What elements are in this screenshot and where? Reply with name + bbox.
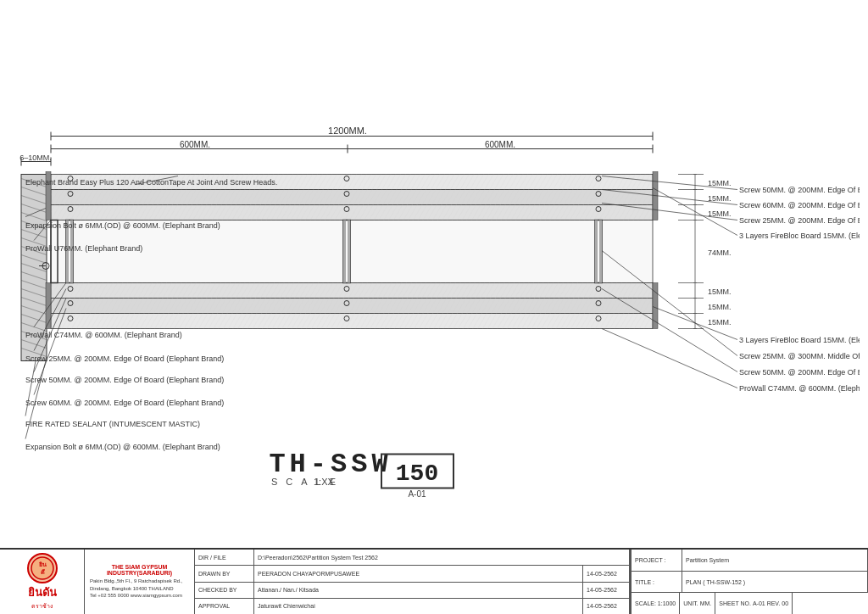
checked-value: Attanan./ Nan./ Kitsada — [254, 583, 583, 598]
drawn-date: 14-05-2562 — [583, 566, 630, 581]
dim-15mm-1: 15MM. — [708, 179, 732, 187]
label-screw-50-top: Screw 50MM. @ 200MM. Edge Of Board (Elep… — [739, 186, 860, 194]
drawing-sheet-ref: A-01 — [408, 489, 426, 499]
brand-th-text: ยินดัน — [28, 583, 57, 601]
project-label: PROJECT : — [632, 550, 682, 571]
dim-600-left: 600MM. — [180, 140, 210, 149]
dim-74mm: 74MM. — [708, 248, 732, 257]
title-label: TITLE : — [632, 572, 682, 593]
company-address: Pakin Bldg.,5th Fl., 9 Ratchadapisek Rd.… — [90, 578, 189, 592]
dim-15mm-6: 15MM. — [708, 318, 732, 327]
svg-rect-57 — [599, 220, 602, 283]
project-value: Partition System — [682, 550, 868, 571]
dim-600-right: 600MM. — [485, 140, 515, 149]
label-screw-25-top: Screw 25MM. @ 200MM. Edge Of Board (Elep… — [739, 216, 860, 225]
drawing-scale-value: 1:XX — [314, 477, 335, 487]
label-screw-25-left: Screw 25MM. @ 200MM. Edge Of Board (Elep… — [25, 354, 224, 363]
drawing-area: 1200MM. 600MM. 600MM. 6–10MM. — [0, 0, 868, 548]
dir-value: D:\Peeradon\2562\Partition System Test 2… — [254, 550, 630, 565]
drawing-number: 150 — [396, 460, 438, 487]
label-prowall-c74-right: ProWall C74MM. @ 600MM. (Elephant Brand) — [739, 384, 860, 393]
approval-date: 14-05-2562 — [583, 599, 630, 614]
drawing-title-main: TH-SSW — [269, 449, 392, 480]
project-row: PROJECT : Partition System — [632, 550, 868, 572]
label-exp-bolt-bottom: Expansion Bolt ø 6MM.(OD) @ 600MM. (Elep… — [25, 443, 220, 451]
footer-address: THE SIAM GYPSUM INDUSTRY(SARABURI) Pakin… — [85, 550, 195, 614]
checked-label: CHECKED BY — [195, 583, 254, 598]
footer-dir-row: DIR / FILE D:\Peeradon\2562\Partition Sy… — [195, 550, 630, 566]
sheet-row: SCALE: 1:1000 UNIT. MM. SHEET NO. A-01 R… — [632, 593, 868, 614]
dim-15mm-4: 15MM. — [708, 287, 732, 296]
page: 1200MM. 600MM. 600MM. 6–10MM. — [0, 0, 868, 614]
dim-15mm-3: 15MM. — [708, 209, 732, 218]
label-prowall-u76: ProWall U76MM. (Elephant Brand) — [25, 244, 142, 253]
scale-value: SCALE: 1:1000 — [632, 593, 680, 614]
brand-en-text: ตราช้าง — [31, 601, 53, 611]
dim-15mm-5: 15MM. — [708, 303, 732, 311]
dir-label: DIR / FILE — [195, 550, 254, 565]
svg-rect-53 — [343, 220, 346, 283]
label-screw-25-middle: Screw 25MM. @ 300MM. Middle Of Board (El… — [739, 352, 860, 360]
label-screw-60-top: Screw 60MM. @ 200MM. Edge Of Board (Elep… — [739, 201, 860, 209]
company-name: THE SIAM GYPSUM INDUSTRY(SARABURI) — [90, 564, 189, 576]
footer-logo: ยิน ดี ยินดัน ตราช้าง — [0, 550, 85, 614]
label-fire-sealant: FIRE RATED SEALANT (INTUMESCENT MASTIC) — [25, 420, 200, 428]
footer-info: DIR / FILE D:\Peeradon\2562\Partition Sy… — [195, 550, 631, 614]
technical-drawing: 1200MM. 600MM. 600MM. 6–10MM. — [8, 8, 860, 539]
drawn-label: DRAWN BY — [195, 566, 254, 581]
label-screw-50-left: Screw 50MM. @ 200MM. Edge Of Board (Elep… — [25, 376, 224, 384]
label-screw-50-bottom: Screw 50MM. @ 200MM. Edge Of Board (Elep… — [739, 368, 860, 377]
svg-rect-47 — [46, 283, 51, 329]
checked-date: 14-05-2562 — [583, 583, 630, 598]
svg-point-114 — [31, 557, 53, 579]
label-easy-plus: Elephant Brand Easy Plus 120 And CottonT… — [25, 178, 277, 187]
dim-wall: 6–10MM. — [19, 154, 52, 162]
approval-label: APPROVAL — [195, 599, 254, 614]
label-exp-bolt-top: Expansion Bolt ø 6MM.(OD) @ 600MM. (Elep… — [25, 221, 220, 230]
approval-value: Jaturawit Chienwichai — [254, 599, 583, 614]
label-screw-60-left: Screw 60MM. @ 200MM. Edge Of Board (Elep… — [25, 399, 224, 407]
company-tel: Tel +02 555 0000 www.siamgypsum.com — [90, 592, 189, 599]
label-fireblog-top: 3 Layers FireBloc Board 15MM. (Elephant … — [739, 232, 860, 240]
brand-logo: ยิน ดี — [27, 553, 58, 583]
footer-drawn-row: DRAWN BY PEERADON CHAYAPORMPUSAWEE 14-05… — [195, 566, 630, 582]
drawn-value: PEERADON CHAYAPORMPUSAWEE — [254, 566, 583, 581]
label-fireblog-bottom: 3 Layers FireBloc Board 15MM. (Elephant … — [739, 336, 860, 344]
footer: ยิน ดี ยินดัน ตราช้าง THE SIAM GYPSUM IN… — [0, 548, 868, 614]
unit-value: UNIT. MM. — [680, 593, 715, 614]
sheet-value: SHEET NO. A-01 REV. 00 — [715, 593, 793, 614]
footer-project-info: PROJECT : Partition System TITLE : PLAN … — [631, 550, 868, 614]
svg-rect-44 — [51, 283, 653, 329]
svg-rect-56 — [595, 220, 598, 283]
dim-15mm-2: 15MM. — [708, 194, 732, 203]
svg-text:ยิน: ยิน — [38, 561, 46, 567]
footer-checked-row: CHECKED BY Attanan./ Nan./ Kitsada 14-05… — [195, 583, 630, 599]
title-value: PLAN ( TH-SSW-152 ) — [682, 572, 868, 593]
svg-text:ดี: ดี — [40, 568, 44, 575]
svg-rect-54 — [348, 220, 350, 283]
title-row: TITLE : PLAN ( TH-SSW-152 ) — [632, 572, 868, 594]
dim-1200: 1200MM. — [328, 126, 367, 136]
footer-approval-row: APPROVAL Jaturawit Chienwichai 14-05-256… — [195, 599, 630, 614]
